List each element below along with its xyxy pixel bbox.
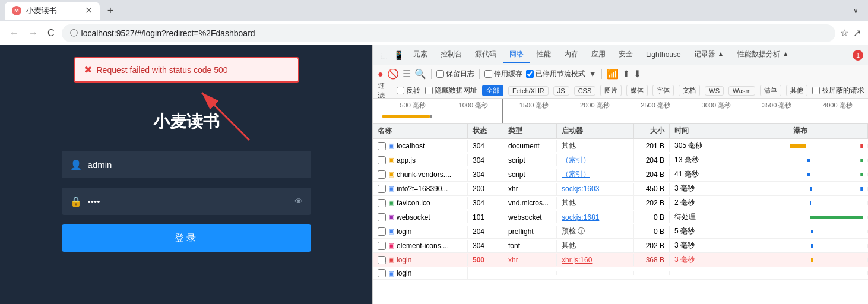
tab-memory[interactable]: 内存 [558, 47, 584, 63]
row-size-favicon: 202 B [634, 197, 670, 209]
tab-elements[interactable]: 元素 [407, 47, 433, 63]
tab-performance[interactable]: 性能 [531, 47, 557, 63]
download-icon[interactable]: ⬇ [633, 68, 641, 80]
hide-data-urls-checkbox[interactable]: 隐藏数据网址 [425, 86, 477, 96]
row-initiator-favicon: 其他 [557, 196, 634, 210]
table-row[interactable]: ▣ info?t=168390... 200 xhr sockjs:1603 4… [373, 182, 868, 196]
dropdown-icon: ▼ [589, 69, 597, 78]
row-initiator-websocket[interactable]: sockjs:1681 [557, 211, 634, 223]
password-input[interactable] [88, 197, 289, 207]
tab-perf-insights[interactable]: 性能数据分析 ▲ [731, 47, 795, 63]
wifi-icon[interactable]: 📶 [607, 68, 619, 80]
filter-wasm[interactable]: Wasm [728, 86, 755, 96]
login-button[interactable]: 登录 [62, 224, 311, 252]
url-box[interactable]: ⓘ localhost:9527/#/login?redirect=%2Fdas… [62, 24, 835, 42]
xhr-icon: ▣ [388, 227, 394, 235]
tab-recorder[interactable]: 记录器 ▲ [688, 47, 730, 63]
new-tab-button[interactable]: + [102, 2, 119, 19]
search-icon[interactable]: 🔍 [414, 68, 426, 80]
filter-manifest[interactable]: 清单 [760, 85, 781, 96]
row-status-login-500: 500 [468, 254, 503, 266]
blocked-requests-checkbox[interactable]: 被屏蔽的请求 [812, 86, 864, 96]
upload-icon[interactable]: ⬆ [622, 68, 630, 80]
reload-button[interactable]: C [45, 26, 57, 41]
blocked-requests-input[interactable] [812, 87, 820, 94]
back-button[interactable]: ← [7, 26, 21, 41]
tab-close-button[interactable]: ✕ [85, 6, 93, 15]
network-table[interactable]: 名称 状态 类型 启动器 大小 时间 瀑布 ▣ localhost 304 do… [373, 124, 868, 304]
col-header-name: 名称 [373, 124, 468, 138]
tab-application[interactable]: 应用 [585, 47, 612, 63]
disable-cache-checkbox[interactable]: 停用缓存 [484, 69, 522, 79]
row-initiator-chunk[interactable]: （索引） [557, 167, 634, 181]
col-header-status: 状态 [468, 124, 503, 138]
user-icon: 👤 [70, 159, 82, 170]
tab-console[interactable]: 控制台 [435, 47, 468, 63]
table-row[interactable]: ▣ favicon.ico 304 vnd.micros... 其他 202 B… [373, 196, 868, 210]
tab-network[interactable]: 网络 [503, 47, 530, 63]
table-row[interactable]: ▣ login [373, 267, 868, 280]
forward-button[interactable]: → [26, 26, 40, 41]
devtools-end-actions: 1 [853, 50, 863, 61]
filter-js[interactable]: JS [553, 86, 569, 96]
stop-button[interactable]: 🚫 [387, 68, 399, 80]
filter-css[interactable]: CSS [574, 86, 596, 96]
error-file-icon: ▣ [388, 256, 394, 264]
table-row[interactable]: ▣ websocket 101 websocket sockjs:1681 0 … [373, 210, 868, 224]
filter-media[interactable]: 媒体 [626, 85, 648, 96]
tab-lighthouse[interactable]: Lighthouse [640, 48, 687, 62]
hide-data-urls-input[interactable] [425, 87, 433, 94]
tab-security[interactable]: 安全 [613, 47, 639, 63]
inspect-icon[interactable]: ⬚ [378, 50, 390, 60]
filter-image[interactable]: 图片 [600, 85, 622, 96]
row-initiator-login-500[interactable]: xhr.js:160 [557, 254, 634, 266]
row-checkbox[interactable] [378, 256, 386, 264]
row-checkbox[interactable] [378, 242, 386, 250]
toggle-password-icon[interactable]: 👁 [294, 197, 303, 206]
row-checkbox[interactable] [378, 142, 386, 150]
row-initiator-appjs[interactable]: （索引） [557, 153, 634, 167]
row-initiator-info[interactable]: sockjs:1603 [557, 183, 634, 195]
invert-input[interactable] [397, 87, 404, 94]
username-input[interactable] [88, 160, 303, 170]
device-icon[interactable]: 📱 [391, 50, 406, 60]
col-header-type: 类型 [503, 124, 557, 138]
row-checkbox[interactable] [378, 227, 386, 236]
preserve-log-input[interactable] [436, 70, 444, 78]
filter-fetch-xhr[interactable]: Fetch/XHR [508, 86, 549, 96]
invert-checkbox[interactable]: 反转 [397, 86, 420, 96]
lock-icon: 🔒 [70, 196, 82, 207]
row-waterfall-login-empty [788, 271, 868, 275]
row-checkbox[interactable] [378, 185, 386, 193]
tab-favicon: M [12, 6, 21, 15]
tab-sources[interactable]: 源代码 [469, 47, 502, 63]
filter-icon[interactable]: ☰ [403, 68, 411, 80]
row-checkbox[interactable] [378, 156, 386, 164]
table-row[interactable]: ▣ chunk-vendors.... 304 script （索引） 204 … [373, 167, 868, 182]
row-waterfall-chunk: ▌ [788, 173, 868, 176]
preserve-log-checkbox[interactable]: 保留日志 [436, 69, 474, 79]
table-row[interactable]: ▣ localhost 304 document 其他 201 B 305 毫秒… [373, 139, 868, 153]
filter-all[interactable]: 全部 [482, 85, 503, 96]
table-row[interactable]: ▣ login 204 preflight 预检 ⓘ 0 B 5 毫秒 [373, 224, 868, 239]
disable-cache-input[interactable] [484, 70, 492, 78]
filter-document[interactable]: 文档 [679, 85, 700, 96]
table-row-error[interactable]: ▣ login 500 xhr xhr.js:160 368 B 3 毫秒 [373, 253, 868, 267]
profile-icon[interactable]: ↗ [853, 27, 861, 39]
table-row[interactable]: ▣ app.js 304 script （索引） 204 B 13 毫秒 ▌ [373, 153, 868, 167]
row-checkbox[interactable] [378, 199, 386, 207]
row-status-info: 200 [468, 183, 503, 195]
throttle-checkbox[interactable]: 已停用节流模式 [526, 69, 585, 79]
row-checkbox[interactable] [378, 213, 386, 221]
filter-font[interactable]: 字体 [652, 85, 674, 96]
record-button[interactable]: ● [378, 69, 384, 80]
table-row[interactable]: ▣ element-icons.... 304 font 其他 202 B 3 … [373, 239, 868, 253]
throttle-input[interactable] [526, 70, 534, 78]
filter-other[interactable]: 其他 [786, 85, 807, 96]
row-checkbox[interactable] [378, 269, 386, 277]
tab-end-button[interactable]: ∨ [848, 4, 863, 17]
filter-ws[interactable]: WS [705, 86, 724, 96]
active-tab[interactable]: M 小麦读书 ✕ [5, 2, 100, 20]
row-checkbox[interactable] [378, 170, 386, 179]
bookmark-icon[interactable]: ☆ [840, 27, 848, 39]
